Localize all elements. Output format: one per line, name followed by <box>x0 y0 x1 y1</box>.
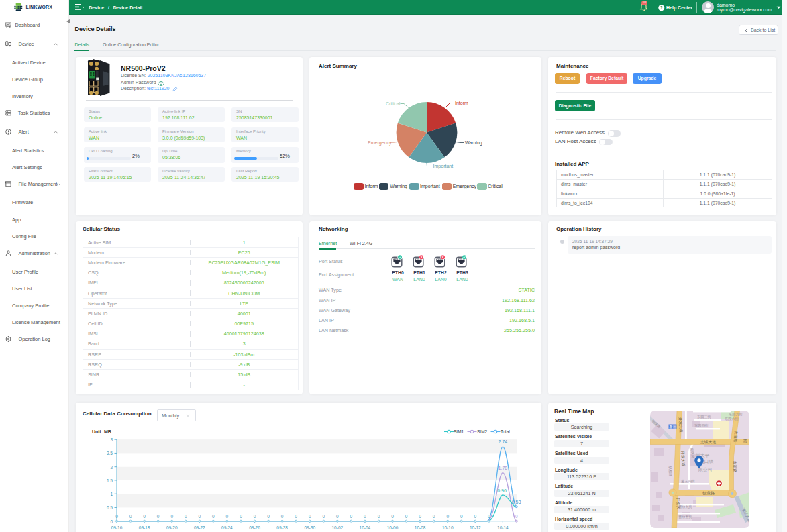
svg-text:开发大道: 开发大道 <box>678 417 684 433</box>
svg-text:10-14: 10-14 <box>497 525 509 530</box>
svg-text:10-12: 10-12 <box>470 525 481 530</box>
svg-text:0: 0 <box>170 514 173 519</box>
svg-text:东园四街: 东园四街 <box>694 423 709 428</box>
svg-text:2.5: 2.5 <box>107 451 113 456</box>
svg-text:0: 0 <box>240 514 242 519</box>
svg-text:志诚大道: 志诚大道 <box>700 440 716 444</box>
svg-text:0: 0 <box>157 514 160 519</box>
svg-text:0: 0 <box>309 514 311 519</box>
svg-text:0: 0 <box>488 514 490 519</box>
svg-text:0: 0 <box>226 514 229 519</box>
svg-text:0.5: 0.5 <box>107 505 113 510</box>
svg-text:0: 0 <box>446 514 449 519</box>
svg-text:东园六街: 东园六街 <box>725 417 739 421</box>
svg-text:普栨九街: 普栨九街 <box>678 504 692 509</box>
svg-text:09-28: 09-28 <box>276 525 288 530</box>
svg-text:SIM1: SIM1 <box>454 429 464 434</box>
svg-text:0: 0 <box>198 514 201 519</box>
svg-text:0: 0 <box>474 514 476 519</box>
svg-text:0: 0 <box>350 514 353 519</box>
svg-text:0: 0 <box>281 514 284 519</box>
svg-text:0: 0 <box>115 514 118 519</box>
svg-text:0: 0 <box>419 514 421 519</box>
svg-text:SIM2: SIM2 <box>477 429 488 434</box>
svg-text:09-18: 09-18 <box>139 525 150 530</box>
svg-text:1: 1 <box>110 492 113 496</box>
svg-text:志: 志 <box>743 439 747 443</box>
svg-text:普栨五街: 普栨五街 <box>678 515 692 519</box>
svg-text:2.74: 2.74 <box>499 439 508 444</box>
svg-text:2: 2 <box>110 465 113 470</box>
svg-text:0: 0 <box>460 514 463 519</box>
svg-text:0: 0 <box>185 514 187 519</box>
svg-text:09-20: 09-20 <box>166 525 178 530</box>
svg-text:?: ? <box>660 5 663 10</box>
svg-text:09-16: 09-16 <box>111 525 123 530</box>
svg-text:限公司: 限公司 <box>698 467 712 472</box>
svg-text:开发大道: 开发大道 <box>681 451 686 467</box>
svg-text:Total: Total <box>501 429 510 434</box>
svg-text:0: 0 <box>391 514 394 519</box>
svg-text:创业路: 创业路 <box>702 491 715 496</box>
svg-text:0.53: 0.53 <box>512 500 521 504</box>
svg-text:10-06: 10-06 <box>387 525 399 530</box>
svg-text:0: 0 <box>129 514 132 519</box>
svg-text:09-24: 09-24 <box>221 525 233 530</box>
svg-text:10-04: 10-04 <box>360 525 371 530</box>
svg-text:09-26: 09-26 <box>249 525 260 530</box>
svg-text:0: 0 <box>212 514 215 519</box>
svg-text:10-02: 10-02 <box>331 525 343 530</box>
svg-text:东园三街: 东园三街 <box>697 415 711 419</box>
svg-text:10-10: 10-10 <box>442 525 454 530</box>
svg-text:0.96: 0.96 <box>497 488 507 493</box>
svg-text:0: 0 <box>254 514 256 519</box>
svg-text:0: 0 <box>364 514 366 519</box>
svg-text:0: 0 <box>143 514 146 519</box>
svg-text:3: 3 <box>110 437 113 442</box>
svg-text:0: 0 <box>378 514 380 519</box>
svg-text:1.5: 1.5 <box>107 478 113 483</box>
svg-text:0: 0 <box>515 514 518 519</box>
svg-text:0: 0 <box>405 514 408 519</box>
svg-text:东园九街: 东园九街 <box>729 412 743 417</box>
svg-text:夏港: 夏港 <box>669 425 676 429</box>
svg-text:0: 0 <box>322 514 325 519</box>
svg-text:10-08: 10-08 <box>415 525 426 530</box>
svg-text:0: 0 <box>336 514 339 519</box>
svg-text:09-30: 09-30 <box>304 525 315 530</box>
svg-text:0: 0 <box>295 514 297 519</box>
svg-text:0: 0 <box>110 519 113 524</box>
svg-text:0: 0 <box>433 514 435 519</box>
svg-text:09-22: 09-22 <box>194 525 205 530</box>
svg-text:0: 0 <box>267 514 270 519</box>
svg-text:蓝玉四街: 蓝玉四街 <box>681 479 695 484</box>
svg-text:1.78: 1.78 <box>499 466 508 470</box>
